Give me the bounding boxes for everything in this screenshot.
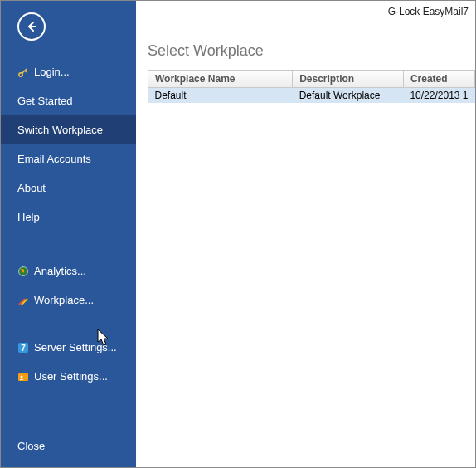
nav-email-accounts[interactable]: Email Accounts (1, 144, 136, 173)
workplace-table: Workplace Name Description Created Defau… (148, 70, 475, 103)
nav-close[interactable]: Close (1, 427, 136, 467)
col-description[interactable]: Description (293, 71, 404, 88)
seven-icon: 7 (17, 342, 29, 353)
table-row[interactable]: Default Default Workplace 10/22/2013 1 (148, 88, 475, 104)
sidebar-spacer (1, 314, 136, 333)
nav-get-started[interactable]: Get Started (1, 86, 136, 115)
nav-label: Login... (34, 66, 70, 78)
nav-label: User Settings... (34, 370, 108, 383)
globe-icon (17, 266, 29, 277)
sidebar-spacer (1, 232, 136, 256)
nav-label: Email Accounts (17, 153, 91, 165)
nav-switch-workplace[interactable]: Switch Workplace (1, 115, 136, 144)
nav-label: Get Started (17, 95, 72, 107)
nav-label: Switch Workplace (17, 124, 103, 136)
svg-line-3 (25, 71, 27, 72)
cell-description: Default Workplace (293, 88, 404, 104)
tools-icon (17, 295, 29, 306)
nav-label: Help (17, 211, 40, 223)
nav-label: Workplace... (34, 294, 94, 306)
user-icon (17, 371, 29, 383)
nav-label: Analytics... (34, 265, 86, 277)
sidebar: Login... Get Started Switch Workplace Em… (1, 1, 136, 467)
nav-label: Server Settings... (34, 341, 117, 353)
nav-about[interactable]: About (1, 173, 136, 202)
svg-point-11 (21, 375, 23, 378)
col-created[interactable]: Created (403, 71, 474, 88)
nav-workplace[interactable]: Workplace... (1, 285, 136, 314)
nav-user-settings[interactable]: User Settings... (1, 362, 136, 391)
arrow-left-icon (25, 20, 38, 33)
col-workplace-name[interactable]: Workplace Name (148, 71, 293, 88)
cell-name: Default (148, 88, 293, 104)
svg-text:7: 7 (21, 344, 26, 353)
content-area: Select Workplace Workplace Name Descript… (136, 17, 475, 103)
table-header-row: Workplace Name Description Created (148, 71, 475, 88)
nav-analytics[interactable]: Analytics... (1, 256, 136, 285)
main-panel: G-Lock EasyMail7 Select Workplace Workpl… (136, 1, 475, 467)
nav-server-settings[interactable]: 7 Server Settings... (1, 333, 136, 362)
app-title: G-Lock EasyMail7 (136, 1, 475, 17)
nav-label: About (17, 182, 46, 194)
key-icon (17, 66, 29, 78)
nav-help[interactable]: Help (1, 202, 136, 232)
page-heading: Select Workplace (148, 42, 475, 60)
nav-login[interactable]: Login... (1, 57, 136, 86)
back-button[interactable] (17, 12, 46, 41)
nav-label: Close (17, 440, 45, 452)
cell-created: 10/22/2013 1 (403, 88, 474, 104)
